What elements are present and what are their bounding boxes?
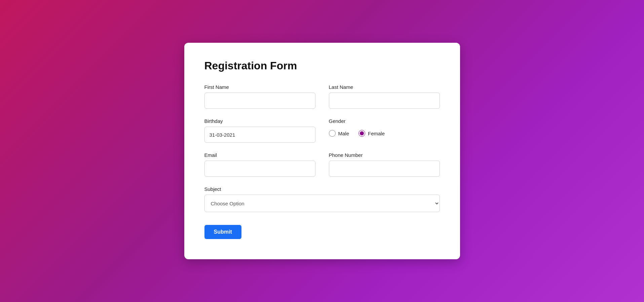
subject-select[interactable]: Choose Option Mathematics Science Englis… [204, 195, 440, 212]
subject-row: Subject Choose Option Mathematics Scienc… [204, 186, 440, 212]
submit-button[interactable]: Submit [204, 225, 241, 239]
subject-group: Subject Choose Option Mathematics Scienc… [204, 186, 440, 212]
birthday-group: Birthday [204, 118, 315, 143]
email-input[interactable] [204, 161, 315, 177]
submit-row: Submit [204, 222, 440, 239]
phone-input[interactable] [329, 161, 440, 177]
email-label: Email [204, 152, 315, 158]
gender-options: Male Female [329, 127, 440, 143]
phone-group: Phone Number [329, 152, 440, 177]
first-name-group: First Name [204, 84, 315, 109]
gender-male-radio[interactable] [329, 130, 336, 137]
last-name-label: Last Name [329, 84, 440, 90]
gender-male-label: Male [338, 131, 349, 136]
gender-group: Gender Male Female [329, 118, 440, 143]
gender-female-option[interactable]: Female [358, 130, 385, 137]
registration-form-card: Registration Form First Name Last Name B… [184, 43, 460, 259]
name-row: First Name Last Name [204, 84, 440, 109]
gender-female-radio[interactable] [358, 130, 365, 137]
last-name-group: Last Name [329, 84, 440, 109]
phone-label: Phone Number [329, 152, 440, 158]
birthday-input[interactable] [204, 127, 315, 143]
birthday-label: Birthday [204, 118, 315, 124]
email-group: Email [204, 152, 315, 177]
first-name-input[interactable] [204, 93, 315, 109]
email-phone-row: Email Phone Number [204, 152, 440, 177]
first-name-label: First Name [204, 84, 315, 90]
birthday-gender-row: Birthday Gender Male Female [204, 118, 440, 143]
subject-label: Subject [204, 186, 440, 192]
gender-label: Gender [329, 118, 440, 124]
gender-male-option[interactable]: Male [329, 130, 349, 137]
gender-female-label: Female [368, 131, 385, 136]
form-title: Registration Form [204, 60, 440, 72]
last-name-input[interactable] [329, 93, 440, 109]
